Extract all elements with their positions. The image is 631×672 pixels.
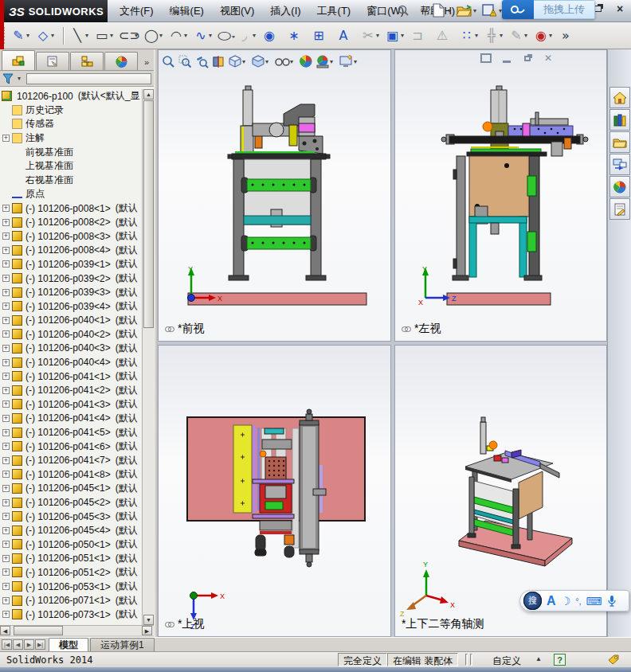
toolbar-icon[interactable]: ✎▾ (508, 28, 531, 43)
expand-toggle[interactable]: + (2, 260, 10, 268)
menu-item[interactable]: 编辑(E) (162, 0, 212, 22)
tree-row[interactable]: 历史记录 (2, 104, 142, 118)
viewport-splitter-horizontal[interactable] (158, 342, 607, 345)
viewport-left[interactable]: Y Z X *左视 (394, 49, 607, 342)
expand-toggle[interactable]: + (2, 513, 10, 520)
viewport-front[interactable]: Y X *前视 (158, 49, 391, 342)
view-palette-icon[interactable] (609, 154, 630, 175)
edit-appearance-icon[interactable] (299, 54, 313, 68)
tree-row[interactable]: + (-) 101206-p041<5> (默认 (2, 425, 142, 440)
tab-next-icon[interactable]: ▶ (24, 639, 34, 650)
expand-toggle[interactable]: + (2, 359, 10, 366)
letter-mode-icon[interactable]: A (547, 594, 556, 608)
resources-home-icon[interactable] (609, 87, 630, 108)
tree-row[interactable]: + (-) 101206-p040<1> (默认 (2, 314, 142, 328)
doc-cascade-icon[interactable] (521, 53, 534, 64)
tab-propertymanager[interactable] (36, 52, 69, 70)
scroll-right-icon[interactable]: ▶ (142, 626, 152, 635)
expand-toggle[interactable]: + (2, 135, 10, 142)
filter-funnel-icon[interactable] (2, 73, 15, 84)
view-orientation-icon[interactable]: ▾ (228, 54, 249, 68)
expand-toggle[interactable]: + (2, 541, 10, 548)
open-icon[interactable] (456, 2, 472, 18)
tree-row[interactable]: + (-) 101206-p051<2> (默认 (2, 565, 142, 580)
toolbar-icon[interactable]: ◠▾ (168, 28, 191, 43)
tree-row[interactable]: + (-) 101206-p008<4> (默认 (2, 244, 142, 258)
toolbar-icon[interactable]: ∿▾ (193, 28, 216, 43)
toolbar-icon[interactable]: ◉ (261, 28, 284, 43)
toolbar-icon[interactable]: ◯▾ (218, 30, 235, 40)
tree-row[interactable]: + (-) 101206-p040<3> (默认 (2, 342, 142, 356)
expand-toggle[interactable]: + (2, 499, 10, 506)
sogou-icon[interactable]: 搜 (523, 592, 542, 610)
expand-toggle[interactable]: + (2, 597, 10, 604)
toolbar-icon[interactable]: ▣▾ (385, 28, 408, 43)
tree-row[interactable]: + (-) 101206-p008<3> (默认 (2, 229, 142, 244)
tree-row[interactable]: + (-) 101206-p008<2> (默认 (2, 215, 142, 229)
expand-toggle[interactable]: + (2, 611, 10, 618)
menu-item[interactable]: 工具(T) (309, 0, 359, 22)
tree-row[interactable]: + (-) 101206-p071<1> (默认 (2, 593, 142, 608)
document-tab[interactable]: 模型 (49, 638, 88, 651)
doc-restore-icon[interactable] (480, 53, 492, 64)
toolbar-icon[interactable]: ✂▾ (360, 28, 383, 43)
tree-row[interactable]: + (-) 101206-p041<1> (默认 (2, 369, 142, 384)
tree-row[interactable]: + (-) 101206-p039<4> (默认 (2, 299, 142, 314)
menu-item[interactable]: 文件(F) (112, 0, 162, 22)
tree-row[interactable]: + (-) 101206-p041<2> (默认 (2, 383, 142, 397)
tab-displaymanager[interactable] (104, 52, 138, 70)
expand-toggle[interactable]: + (2, 373, 10, 380)
moon-icon[interactable]: ☽ (561, 595, 571, 608)
tree-row[interactable]: 上视基准面 (2, 159, 142, 174)
scroll-thumb[interactable] (143, 100, 154, 328)
toolbar-icon[interactable]: ▭▾ (94, 28, 117, 43)
tab-last-icon[interactable]: ▶| (35, 639, 45, 650)
expand-toggle[interactable]: + (2, 345, 10, 352)
expand-toggle[interactable]: + (2, 568, 10, 576)
tree-row[interactable]: + (-) 101206-p050<1> (默认 (2, 537, 142, 552)
tree-row[interactable]: + (-) 101206-p039<2> (默认 (2, 272, 142, 286)
tree-row[interactable]: + (-) 101206-p040<2> (默认 (2, 327, 142, 342)
expand-toggle[interactable]: + (2, 415, 10, 422)
tree-row[interactable]: 传感器 (2, 117, 142, 131)
scroll-down-icon[interactable]: ▼ (143, 615, 154, 625)
toolbar-icon[interactable] (63, 27, 65, 45)
tree-row[interactable]: + (-) 101206-p053<1> (默认 (2, 580, 142, 594)
microphone-icon[interactable] (607, 595, 617, 608)
expand-toggle[interactable]: + (2, 583, 10, 590)
design-library-icon[interactable] (609, 109, 630, 131)
viewport-top[interactable]: X Z *上视 (158, 345, 391, 637)
expand-toggle[interactable]: + (2, 555, 10, 562)
expand-toggle[interactable]: + (2, 429, 10, 436)
tree-row[interactable]: + (-) 101206-p008<1> (默认 (2, 201, 142, 216)
custom-properties-icon[interactable] (609, 198, 630, 220)
toolbar-icon[interactable]: A (335, 28, 359, 43)
tree-row[interactable]: + (-) 101206-p039<1> (默认 (2, 257, 142, 272)
document-tab[interactable]: 运动算例1 (90, 638, 155, 651)
toolbar-preset-label[interactable]: 自定义 (492, 654, 521, 668)
expand-toggle[interactable]: + (2, 289, 10, 296)
tree-row[interactable]: + (-) 101206-p045<4> (默认 (2, 523, 142, 537)
toolbar-icon[interactable]: ╲▾ (69, 28, 92, 43)
appearances-icon[interactable] (609, 176, 630, 197)
scroll-thumb-h[interactable] (14, 626, 63, 635)
toolbar-icon[interactable]: ∗ (286, 28, 309, 43)
open-dropdown-icon[interactable]: ▾ (473, 7, 480, 14)
keyboard-icon[interactable]: ⌨ (586, 595, 602, 608)
toolbar-icon[interactable]: » (558, 28, 581, 43)
filter-dropdown-icon[interactable]: ▾ (18, 75, 24, 82)
expand-toggle[interactable]: + (2, 247, 10, 254)
tree-row[interactable]: 101206-p100 (默认<默认_显 (2, 89, 142, 104)
tree-row[interactable]: + (-) 101206-p041<6> (默认 (2, 440, 142, 454)
previous-view-icon[interactable] (194, 54, 209, 68)
expand-toggle[interactable]: + (2, 443, 10, 450)
tree-horizontal-scrollbar[interactable]: ◀ ▶ (0, 625, 154, 635)
expand-toggle[interactable]: + (2, 232, 10, 240)
section-view-icon[interactable] (211, 54, 225, 68)
new-document-icon[interactable] (430, 2, 446, 18)
toolbar-icon[interactable]: ∷▾ (459, 28, 482, 43)
options-alert-icon[interactable]: ! (481, 2, 497, 18)
expand-toggle[interactable]: + (2, 275, 10, 282)
expand-toggle[interactable]: + (2, 205, 10, 212)
tab-prev-icon[interactable]: ◀ (13, 639, 23, 650)
